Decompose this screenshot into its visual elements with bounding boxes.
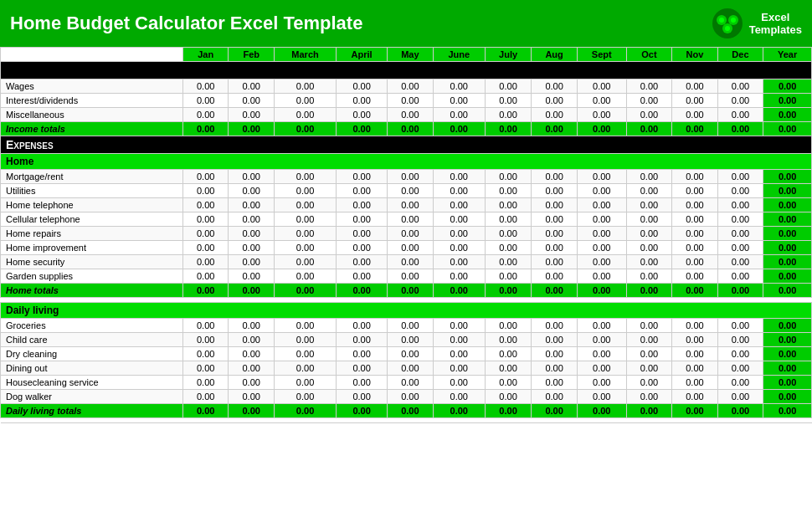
income-section-header: Income	[1, 62, 812, 79]
interest-jul[interactable]: 0.00	[485, 94, 532, 108]
daily-label: Daily living	[1, 303, 812, 319]
svg-point-5	[731, 18, 736, 23]
header-dec: Dec	[717, 48, 763, 62]
interest-mar[interactable]: 0.00	[274, 94, 336, 108]
interest-aug[interactable]: 0.00	[532, 94, 578, 108]
header-mar: March	[274, 48, 336, 62]
childcare-label: Child care	[1, 333, 183, 347]
logo-area: Excel Templates	[711, 7, 802, 40]
income-totals-oct: 0.00	[626, 122, 672, 136]
cellular-label: Cellular telephone	[1, 212, 183, 227]
header-apr: April	[337, 48, 388, 62]
header-oct: Oct	[626, 48, 672, 62]
header-aug: Aug	[532, 48, 578, 62]
dogwalker-label: Dog walker	[1, 390, 183, 404]
groceries-row: Groceries 0.000.000.000.000.000.000.000.…	[1, 319, 812, 333]
wages-label: Wages	[1, 79, 183, 94]
spacer2	[1, 418, 812, 423]
home-telephone-row: Home telephone 0.000.000.000.000.000.000…	[1, 198, 812, 212]
interest-apr[interactable]: 0.00	[337, 94, 388, 108]
income-totals-apr: 0.00	[337, 122, 388, 136]
housecleaning-row: Housecleaning service 0.000.000.000.000.…	[1, 376, 812, 390]
groceries-label: Groceries	[1, 319, 183, 333]
misc-sep[interactable]: 0.00	[577, 108, 626, 122]
wages-jun[interactable]: 0.00	[433, 79, 485, 94]
income-totals-label: Income totals	[1, 122, 183, 136]
header-sep: Sept	[577, 48, 626, 62]
interest-feb[interactable]: 0.00	[229, 94, 275, 108]
income-totals-mar: 0.00	[274, 122, 336, 136]
page-title: Home Budget Calculator Excel Template	[10, 13, 362, 34]
wages-feb[interactable]: 0.00	[229, 79, 275, 94]
garden-label: Garden supplies	[1, 269, 183, 284]
interest-jun[interactable]: 0.00	[433, 94, 485, 108]
daily-totals-label: Daily living totals	[1, 404, 183, 418]
misc-feb[interactable]: 0.00	[229, 108, 275, 122]
drycleaning-row: Dry cleaning 0.000.000.000.000.000.000.0…	[1, 347, 812, 361]
wages-jan[interactable]: 0.00	[182, 79, 229, 94]
home-repairs-label: Home repairs	[1, 227, 183, 241]
wages-aug[interactable]: 0.00	[532, 79, 578, 94]
interest-jan[interactable]: 0.00	[182, 94, 229, 108]
misc-jun[interactable]: 0.00	[433, 108, 485, 122]
wages-sep[interactable]: 0.00	[577, 79, 626, 94]
interest-sep[interactable]: 0.00	[577, 94, 626, 108]
daily-subsection-header: Daily living	[1, 303, 812, 319]
home-totals-row: Home totals 0.000.000.000.000.000.000.00…	[1, 284, 812, 298]
wages-nov[interactable]: 0.00	[672, 79, 718, 94]
misc-row: Miscellaneous 0.00 0.00 0.00 0.00 0.00 0…	[1, 108, 812, 122]
misc-dec[interactable]: 0.00	[717, 108, 763, 122]
header-nov: Nov	[672, 48, 718, 62]
svg-point-6	[725, 26, 730, 31]
wages-jul[interactable]: 0.00	[485, 79, 532, 94]
home-subsection-header: Home	[1, 154, 812, 170]
header-feb: Feb	[229, 48, 275, 62]
interest-may[interactable]: 0.00	[388, 94, 434, 108]
wages-mar[interactable]: 0.00	[274, 79, 336, 94]
title-bar: Home Budget Calculator Excel Template Ex…	[0, 0, 812, 47]
misc-aug[interactable]: 0.00	[532, 108, 578, 122]
dining-label: Dining out	[1, 361, 183, 376]
header-jan: Jan	[182, 48, 229, 62]
daily-totals-row: Daily living totals 0.000.000.000.000.00…	[1, 404, 812, 418]
misc-oct[interactable]: 0.00	[626, 108, 672, 122]
wages-year: 0.00	[763, 79, 812, 94]
logo-line1: Excel	[749, 11, 802, 23]
income-totals-dec: 0.00	[717, 122, 763, 136]
wages-dec[interactable]: 0.00	[717, 79, 763, 94]
utilities-row: Utilities 0.000.000.000.000.000.000.000.…	[1, 184, 812, 198]
mortgage-row: Mortgage/rent 0.000.000.000.000.000.000.…	[1, 170, 812, 184]
misc-nov[interactable]: 0.00	[672, 108, 718, 122]
income-totals-year: 0.00	[763, 122, 812, 136]
utilities-label: Utilities	[1, 184, 183, 198]
excel-logo-icon	[711, 7, 744, 40]
misc-may[interactable]: 0.00	[388, 108, 434, 122]
home-totals-label: Home totals	[1, 284, 183, 298]
interest-year: 0.00	[763, 94, 812, 108]
drycleaning-label: Dry cleaning	[1, 347, 183, 361]
wages-oct[interactable]: 0.00	[626, 79, 672, 94]
misc-apr[interactable]: 0.00	[337, 108, 388, 122]
header-jun: June	[433, 48, 485, 62]
interest-oct[interactable]: 0.00	[626, 94, 672, 108]
month-header-row: Jan Feb March April May June July Aug Se…	[1, 48, 812, 62]
income-totals-feb: 0.00	[229, 122, 275, 136]
housecleaning-label: Housecleaning service	[1, 376, 183, 390]
interest-dec[interactable]: 0.00	[717, 94, 763, 108]
misc-mar[interactable]: 0.00	[274, 108, 336, 122]
income-label: Income	[1, 62, 812, 79]
expenses-section-header: Expenses	[1, 136, 812, 154]
svg-point-4	[719, 18, 724, 23]
wages-may[interactable]: 0.00	[388, 79, 434, 94]
expenses-label: Expenses	[1, 136, 812, 154]
wages-apr[interactable]: 0.00	[337, 79, 388, 94]
misc-jan[interactable]: 0.00	[182, 108, 229, 122]
header-year: Year	[763, 48, 812, 62]
misc-jul[interactable]: 0.00	[485, 108, 532, 122]
interest-nov[interactable]: 0.00	[672, 94, 718, 108]
home-security-label: Home security	[1, 255, 183, 269]
header-jul: July	[485, 48, 532, 62]
income-totals-jan: 0.00	[182, 122, 229, 136]
income-totals-row: Income totals 0.00 0.00 0.00 0.00 0.00 0…	[1, 122, 812, 136]
garden-row: Garden supplies 0.000.000.000.000.000.00…	[1, 269, 812, 284]
